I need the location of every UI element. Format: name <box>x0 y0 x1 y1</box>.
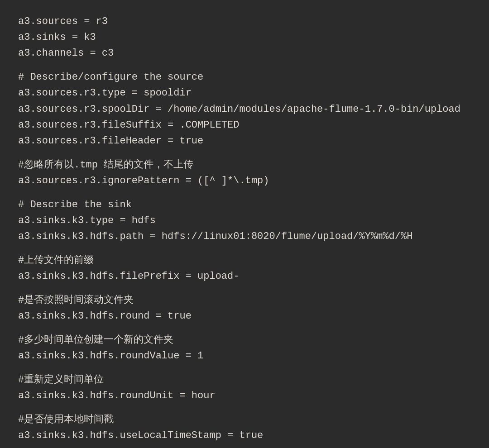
code-line: a3.sinks.k3.hdfs.roundUnit = hour <box>18 388 471 404</box>
code-line <box>18 149 471 157</box>
code-line: a3.sinks.k3.hdfs.roundValue = 1 <box>18 348 471 364</box>
code-line: a3.sources.r3.spoolDir = /home/admin/mod… <box>18 101 471 117</box>
code-line <box>18 189 471 197</box>
code-line: a3.sinks.k3.hdfs.filePrefix = upload- <box>18 268 471 284</box>
code-line: #重新定义时间单位 <box>18 372 471 388</box>
code-line: a3.sources.r3.fileSuffix = .COMPLETED <box>18 117 471 133</box>
code-line: a3.sources = r3 <box>18 14 471 29</box>
code-line: a3.sinks.k3.hdfs.useLocalTimeStamp = tru… <box>18 428 471 443</box>
code-line: a3.sources.r3.type = spooldir <box>18 85 471 101</box>
code-line: a3.sinks.k3.type = hdfs <box>18 213 471 229</box>
code-line <box>18 284 471 292</box>
code-line: a3.sinks = k3 <box>18 29 471 45</box>
code-line: a3.sources.r3.fileHeader = true <box>18 133 471 149</box>
code-line: # Describe the sink <box>18 197 471 213</box>
code-line <box>18 324 471 332</box>
code-line: #忽略所有以.tmp 结尾的文件，不上传 <box>18 157 471 173</box>
code-container: a3.sources = r3a3.sinks = k3a3.channels … <box>0 0 489 448</box>
code-line: # Describe/configure the source <box>18 69 471 85</box>
code-line: a3.sources.r3.ignorePattern = ([^ ]*\.tm… <box>18 173 471 189</box>
code-line: #上传文件的前缀 <box>18 253 471 268</box>
code-line: #是否按照时间滚动文件夹 <box>18 292 471 308</box>
code-line <box>18 404 471 412</box>
code-line: a3.sinks.k3.hdfs.path = hdfs://linux01:8… <box>18 229 471 244</box>
code-line <box>18 62 471 70</box>
code-line: a3.channels = c3 <box>18 45 471 61</box>
code-line <box>18 244 471 253</box>
code-line: a3.sinks.k3.hdfs.round = true <box>18 308 471 324</box>
code-line <box>18 364 471 372</box>
code-line <box>18 443 471 448</box>
code-line: #多少时间单位创建一个新的文件夹 <box>18 332 471 348</box>
code-block: a3.sources = r3a3.sinks = k3a3.channels … <box>18 14 471 448</box>
code-line: #是否使用本地时间戳 <box>18 412 471 428</box>
